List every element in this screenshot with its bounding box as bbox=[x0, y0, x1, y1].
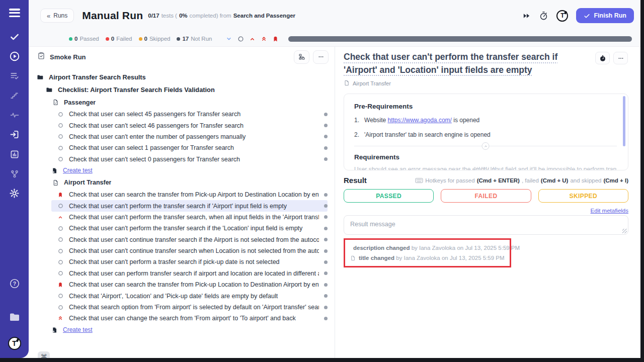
failed-button[interactable]: FAILED bbox=[441, 189, 531, 203]
run-meta: 0/17 tests ( 0% completed) from Search a… bbox=[148, 13, 295, 19]
history-row: title changed by Iana Zavoloka on Jul 13… bbox=[350, 253, 505, 263]
tree-more-button[interactable] bbox=[313, 50, 329, 64]
hotkeys-hint: Hotkeys for passed(Cmd + ENTER) , failed… bbox=[415, 177, 628, 184]
nav-branch-icon[interactable] bbox=[0, 164, 29, 184]
create-test-link[interactable]: Create test bbox=[45, 324, 328, 336]
detail-more-button[interactable] bbox=[613, 52, 628, 64]
user-avatar[interactable]: T bbox=[556, 10, 568, 22]
test-row[interactable]: Check that search option from 'From airp… bbox=[51, 302, 328, 313]
scrollbar-thumb[interactable] bbox=[623, 96, 625, 146]
document-icon bbox=[344, 80, 350, 87]
test-row[interactable]: Check that user can't enter the number o… bbox=[51, 131, 328, 142]
test-row[interactable]: Check that user can't select 46 passenge… bbox=[51, 120, 328, 131]
tree-item-label: Check that user can't select 46 passenge… bbox=[69, 122, 319, 129]
blocker-priority-icon bbox=[56, 282, 64, 288]
nav-test-cases-icon[interactable] bbox=[0, 66, 29, 85]
help-icon[interactable]: ? bbox=[0, 274, 29, 293]
svg-text:?: ? bbox=[13, 280, 16, 286]
high-priority-filter-icon[interactable] bbox=[249, 36, 256, 42]
add-document-icon bbox=[50, 327, 58, 333]
not-run-icon bbox=[56, 123, 64, 128]
main-area: « Runs Manual Run 0/17 tests ( 0% comple… bbox=[29, 0, 644, 362]
agoda-link[interactable]: https://www.agoda.com/ bbox=[387, 117, 451, 124]
skipped-button[interactable]: SKIPPED bbox=[538, 189, 628, 203]
hamburger-menu-icon[interactable] bbox=[9, 7, 20, 19]
critical-priority-filter-icon[interactable] bbox=[261, 36, 267, 42]
test-row[interactable]: Check that user can change the search fr… bbox=[51, 313, 328, 324]
test-row[interactable]: Check that user can't select 0 passenger… bbox=[51, 154, 328, 165]
test-row[interactable]: Check that user can't perform the transf… bbox=[51, 223, 328, 234]
not-run-icon bbox=[56, 293, 64, 299]
test-row[interactable]: Check that user can select 1 passenger f… bbox=[51, 142, 328, 153]
tree-item-label: Check that user can search the transfer … bbox=[69, 191, 319, 198]
nav-reports-icon[interactable] bbox=[0, 144, 29, 164]
folder-row[interactable]: Checklist: Airport Transfer Search Field… bbox=[40, 83, 328, 96]
status-dot bbox=[324, 157, 328, 161]
test-row[interactable]: Check that user can't perform the transf… bbox=[51, 212, 328, 223]
change-document-icon bbox=[350, 255, 356, 261]
nav-import-icon[interactable] bbox=[0, 125, 29, 144]
prerequirement-item: 2. 'Airport transfer' tab in search engi… bbox=[354, 131, 617, 138]
status-dot bbox=[324, 135, 328, 138]
tree-item-label: Passenger bbox=[64, 99, 96, 106]
status-dot bbox=[324, 227, 328, 230]
document-icon bbox=[51, 99, 59, 106]
tree-item-label: Check that 'Airport', 'Location' and 'Pi… bbox=[69, 293, 319, 300]
window-edge-right bbox=[640, 0, 644, 362]
collapse-section-toggle[interactable] bbox=[482, 142, 490, 150]
test-row[interactable]: Check that user can't perform the transf… bbox=[51, 200, 328, 211]
not-run-filter-icon[interactable] bbox=[237, 36, 244, 42]
prerequirement-item: 1. Website https://www.agoda.com/ is ope… bbox=[354, 117, 617, 124]
run-progress-bar bbox=[288, 36, 632, 42]
nav-settings-gear-icon[interactable] bbox=[0, 184, 29, 203]
description-scroll-area[interactable]: Pre-Requirements 1. Website https://www.… bbox=[344, 94, 628, 170]
doc-row[interactable]: Passenger bbox=[46, 96, 328, 109]
not-run-icon bbox=[56, 270, 64, 276]
tree-item-label: Check that user can't enter the number o… bbox=[69, 133, 319, 140]
folder-row[interactable]: Airport Transfer Search Results bbox=[31, 71, 328, 83]
keyboard-icon bbox=[415, 177, 423, 184]
status-dot bbox=[324, 113, 328, 116]
document-icon bbox=[51, 179, 59, 186]
nav-results-check-icon[interactable] bbox=[0, 27, 29, 46]
prerequirements-heading: Pre-Requirements bbox=[354, 103, 617, 110]
result-message-input[interactable] bbox=[344, 215, 628, 235]
projects-folder-icon[interactable] bbox=[0, 307, 29, 327]
test-row[interactable]: Check that user can perform transfer sea… bbox=[51, 268, 328, 279]
timer-icon[interactable] bbox=[539, 11, 548, 21]
finish-run-button[interactable]: Finish Run bbox=[576, 8, 634, 23]
nav-activity-icon[interactable] bbox=[0, 105, 29, 125]
tree-item-label: Check that user can change the search fr… bbox=[69, 315, 319, 322]
nav-test-runs-icon[interactable] bbox=[0, 46, 29, 66]
test-row[interactable]: Check that user can search the transfer … bbox=[51, 189, 328, 200]
workspace-avatar[interactable]: T bbox=[8, 337, 21, 350]
test-row[interactable]: Check that user can select 45 passengers… bbox=[51, 109, 328, 120]
test-row[interactable]: Check that user can't continue transfer … bbox=[51, 234, 328, 245]
resize-handle[interactable] bbox=[474, 167, 498, 169]
requirements-heading: Requirements bbox=[354, 153, 617, 161]
not-run-icon bbox=[56, 259, 64, 265]
tree-item-label: Check that user can select 1 passenger f… bbox=[69, 144, 319, 151]
nav-steps-icon[interactable] bbox=[0, 85, 29, 105]
chevron-down-filter-icon[interactable] bbox=[225, 35, 232, 42]
test-row[interactable]: Check that user can search the transfer … bbox=[51, 279, 328, 290]
tree-item-label: Check that user can't continue transfer … bbox=[69, 236, 319, 243]
tree-item-label: Check that user can't perform a trasfer … bbox=[69, 258, 319, 265]
detail-timer-button[interactable] bbox=[595, 52, 610, 64]
create-test-link[interactable]: Create test bbox=[45, 165, 328, 176]
test-row[interactable]: Check that user can't continue transfer … bbox=[51, 245, 328, 256]
doc-row[interactable]: Airport Transfer bbox=[46, 176, 328, 189]
fast-forward-icon[interactable] bbox=[522, 12, 531, 20]
blocker-filter-icon[interactable] bbox=[272, 36, 279, 42]
tree-view-button[interactable] bbox=[294, 50, 309, 64]
result-heading: Result bbox=[344, 176, 367, 185]
test-row[interactable]: Check that user can't perform a trasfer … bbox=[51, 256, 328, 267]
tree-item-label: Check that user can't perform the transf… bbox=[69, 225, 319, 232]
test-title[interactable]: Check that user can't perform the transf… bbox=[344, 51, 635, 76]
test-row[interactable]: Check that 'Airport', 'Location' and 'Pi… bbox=[51, 290, 328, 301]
not-run-icon bbox=[56, 203, 64, 209]
edit-metafields-link[interactable]: Edit metafields bbox=[591, 208, 628, 214]
tree-item-label: Check that user can perform transfer sea… bbox=[69, 270, 319, 277]
back-to-runs-button[interactable]: « Runs bbox=[40, 9, 74, 23]
passed-button[interactable]: PASSED bbox=[344, 189, 434, 203]
